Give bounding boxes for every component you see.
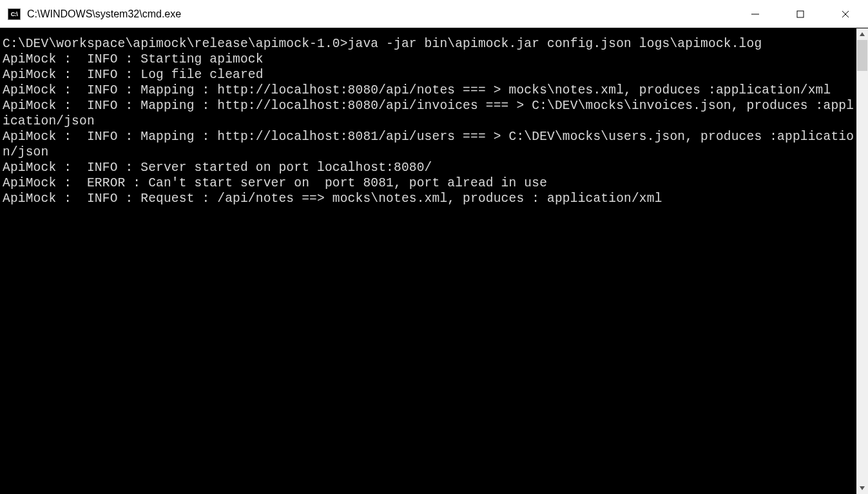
scrollbar-thumb[interactable]	[857, 40, 867, 71]
close-button[interactable]	[823, 0, 868, 28]
cmd-icon: C:\	[8, 8, 21, 20]
scrollbar-track[interactable]	[856, 40, 868, 494]
svg-rect-1	[797, 11, 804, 17]
window-titlebar[interactable]: C:\ C:\WINDOWS\system32\cmd.exe	[0, 0, 868, 28]
svg-marker-5	[860, 486, 865, 490]
minimize-button[interactable]	[733, 0, 778, 28]
svg-marker-4	[860, 32, 865, 36]
scroll-down-arrow-icon[interactable]	[856, 482, 868, 494]
window-title: C:\WINDOWS\system32\cmd.exe	[27, 8, 733, 20]
vertical-scrollbar[interactable]	[856, 28, 868, 494]
scroll-up-arrow-icon[interactable]	[856, 28, 868, 40]
maximize-button[interactable]	[778, 0, 823, 28]
client-area: C:\DEV\workspace\apimock\release\apimock…	[0, 28, 868, 494]
terminal-output[interactable]: C:\DEV\workspace\apimock\release\apimock…	[0, 28, 856, 494]
